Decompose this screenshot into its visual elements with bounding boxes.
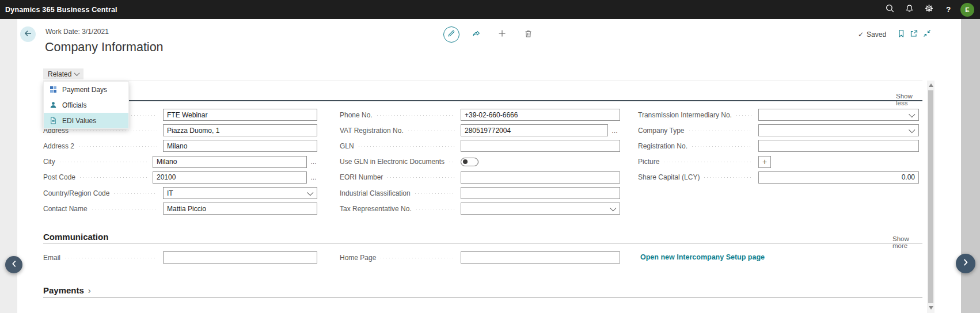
gear-icon — [924, 3, 934, 16]
next-record-button[interactable] — [956, 254, 975, 273]
previous-record-button[interactable] — [5, 256, 22, 273]
edit-button[interactable] — [443, 26, 459, 43]
field-row-contact-name: Contact NameMattia Piccio — [43, 201, 317, 216]
dropdown-chevron-icon[interactable] — [909, 111, 915, 117]
field-row-picture: Picture+ — [638, 154, 919, 170]
field-control — [758, 124, 919, 136]
new-button[interactable] — [497, 29, 507, 40]
app-window: Dynamics 365 Business Central ? E — [0, 0, 980, 313]
vat-registration-no-input[interactable]: 280519772004 — [461, 124, 608, 136]
contact-name-input[interactable]: Mattia Piccio — [163, 203, 317, 215]
search-icon — [885, 3, 895, 16]
field-row-address-2: Address 2Milano — [43, 138, 317, 154]
officials-icon — [49, 101, 57, 109]
field-row-city: CityMilano… — [43, 154, 317, 170]
help-button[interactable]: ? — [939, 0, 958, 19]
address-input[interactable]: Piazza Duomo, 1 — [163, 124, 317, 136]
help-icon: ? — [946, 5, 951, 14]
field-row-post-code: Post Code20100… — [43, 170, 317, 185]
address-2-input[interactable]: Milano — [163, 140, 317, 152]
industrial-classification-input[interactable] — [461, 187, 620, 199]
eori-number-input[interactable] — [461, 171, 620, 184]
field-label: Phone No. — [340, 111, 373, 119]
field-value: IT — [167, 189, 173, 197]
collapse-page-button[interactable] — [922, 29, 932, 40]
field-row-tax-representative-no: Tax Representative No. — [340, 201, 620, 216]
registration-no-input[interactable] — [758, 140, 919, 152]
topbar-actions: ? E — [880, 0, 978, 19]
field-control — [758, 140, 919, 152]
scrollbar-down-arrow[interactable] — [929, 306, 933, 310]
tax-representative-no-input[interactable] — [461, 203, 620, 215]
dotted-leader — [377, 115, 455, 116]
intercompany-setup-link[interactable]: Open new Intercompany Setup page — [640, 253, 765, 261]
communication-show-more[interactable]: Show more — [892, 235, 921, 249]
open-in-new-window-button[interactable] — [909, 29, 919, 40]
chevron-right-icon — [961, 258, 970, 269]
bookmark-icon — [897, 29, 906, 40]
settings-button[interactable] — [919, 0, 939, 19]
field-control: Milano — [153, 156, 307, 168]
lookup-ellipsis-button[interactable]: … — [310, 174, 317, 181]
field-label: Tax Representative No. — [340, 205, 412, 213]
menu-item-payment-days[interactable]: Payment Days — [44, 82, 128, 97]
general-column-3: Transmission Intermediary No.Company Typ… — [638, 107, 919, 185]
dropdown-chevron-icon[interactable] — [307, 189, 313, 196]
home-page-input[interactable] — [461, 251, 620, 264]
dotted-leader — [664, 162, 753, 162]
field-row-registration-no: Registration No. — [638, 138, 919, 154]
lookup-ellipsis-button[interactable]: … — [611, 127, 618, 134]
bookmark-button[interactable] — [896, 29, 906, 40]
field-row-phone-no: Phone No.+39-02-660-6666 — [340, 107, 620, 123]
general-show-less[interactable]: Show less — [896, 93, 919, 106]
post-code-input[interactable]: 20100 — [153, 171, 307, 184]
gln-input[interactable] — [461, 140, 620, 152]
field-row-email: Email — [43, 250, 317, 265]
city-input[interactable]: Milano — [153, 156, 307, 168]
back-button[interactable] — [20, 26, 36, 42]
company-type-input[interactable] — [758, 124, 919, 136]
notifications-button[interactable] — [899, 0, 919, 19]
field-value: 280519772004 — [465, 127, 511, 135]
field-control — [163, 251, 317, 264]
field-label: Home Page — [340, 254, 376, 262]
dropdown-chevron-icon[interactable] — [909, 127, 915, 133]
chevron-right-icon: › — [88, 286, 91, 295]
field-row-vat-registration-no: VAT Registration No.280519772004… — [340, 123, 620, 138]
dropdown-chevron-icon[interactable] — [610, 205, 616, 211]
plus-icon — [497, 29, 507, 40]
field-row-transmission-intermediary-no: Transmission Intermediary No. — [638, 107, 919, 123]
content-scrollbar-thumb[interactable] — [928, 90, 933, 303]
email-input[interactable] — [163, 251, 317, 264]
menu-item-edi-values[interactable]: EDI Values — [44, 113, 128, 128]
field-value: FTE Webinar — [167, 111, 207, 119]
menu-item-officials[interactable]: Officials — [44, 97, 128, 113]
dotted-leader — [736, 115, 753, 116]
field-label: Registration No. — [638, 142, 687, 150]
dotted-leader — [79, 146, 157, 147]
dotted-leader — [692, 146, 753, 147]
field-control: Mattia Piccio — [163, 203, 317, 215]
field-control — [461, 140, 620, 152]
field-label: Post Code — [43, 173, 75, 181]
lookup-ellipsis-button[interactable]: … — [310, 158, 317, 165]
picture-add-button[interactable]: + — [758, 156, 771, 168]
field-input[interactable]: FTE Webinar — [163, 109, 317, 121]
transmission-intermediary-no-input[interactable] — [758, 109, 919, 121]
user-avatar[interactable]: E — [960, 3, 974, 17]
phone-no-input[interactable]: +39-02-660-6666 — [461, 109, 620, 121]
search-button[interactable] — [880, 0, 899, 19]
communication-section-title: Communication — [43, 232, 108, 242]
country-region-code-input[interactable]: IT — [163, 187, 317, 199]
use-gln-in-electronic-documents-toggle[interactable] — [461, 158, 478, 166]
scrollbar-up-arrow[interactable] — [929, 83, 933, 87]
payments-section-header[interactable]: Payments › — [43, 285, 91, 295]
communication-column-1: Email — [43, 250, 317, 265]
share-capital-lcy-input[interactable]: 0.00 — [758, 171, 919, 184]
field-label: Transmission Intermediary No. — [638, 111, 732, 119]
related-menu-button[interactable]: Related — [43, 68, 83, 79]
dotted-leader — [408, 131, 455, 131]
share-button[interactable] — [471, 29, 481, 40]
delete-button[interactable] — [523, 29, 533, 40]
dotted-leader — [381, 258, 455, 258]
